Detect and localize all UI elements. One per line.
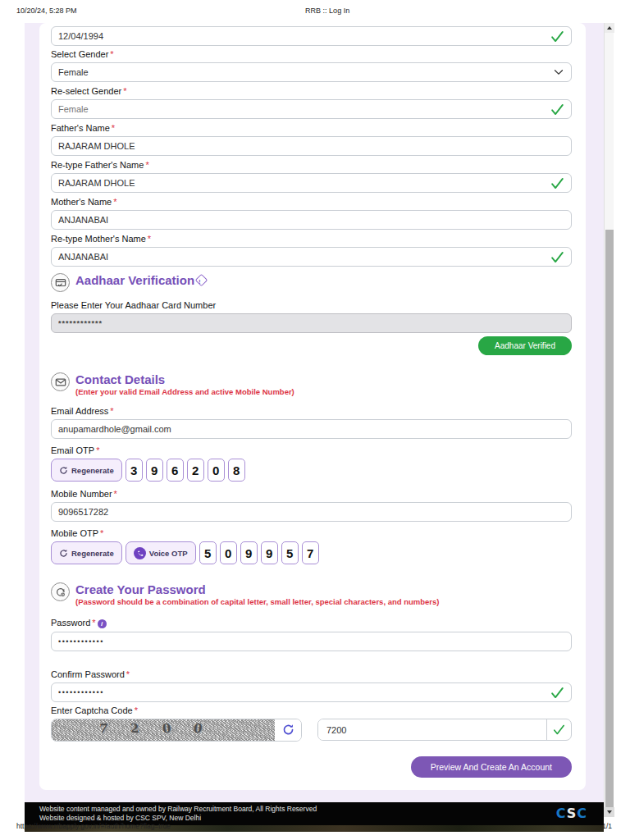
email-otp-digit[interactable]: 6 [167, 459, 184, 482]
reselect-gender-label: Re-select Gender* [51, 86, 572, 96]
scrollbar-track[interactable] [604, 23, 614, 817]
mobile-label: Mobile Number* [51, 489, 572, 499]
email-otp-label: Email OTP* [51, 445, 572, 455]
password-section-title: Create Your Password [75, 582, 439, 596]
captcha-refresh-button[interactable] [275, 719, 301, 741]
captcha-valid-check-icon [546, 719, 571, 740]
select-gender-label: Select Gender* [51, 49, 572, 59]
mother-name-label: Mother's Name* [51, 197, 572, 207]
captcha-label: Enter Captcha Code* [51, 705, 572, 715]
mobile-otp-regenerate-button[interactable]: Regenerate [51, 541, 122, 564]
password-label: Password*i [51, 618, 572, 628]
registration-form-card: Select Gender* Re-select Gender* Father'… [39, 23, 586, 790]
password-section-header: Create Your Password (Password should be… [51, 582, 572, 606]
mother-match-check-icon [550, 249, 565, 265]
retype-mother-name-input[interactable] [51, 247, 572, 267]
confirm-password-input[interactable] [51, 682, 572, 702]
dob-input[interactable] [51, 26, 572, 46]
mother-name-input[interactable] [51, 210, 572, 230]
print-page-number: 1/1 [602, 822, 612, 830]
aadhaar-section-title: Aadhaar Verification [75, 273, 194, 287]
reselect-gender-input[interactable] [51, 99, 572, 119]
aadhaar-number-input [51, 313, 572, 333]
email-otp-digit[interactable]: 9 [146, 459, 163, 482]
email-otp-row: Regenerate 3 9 6 2 0 8 [51, 459, 572, 482]
father-match-check-icon [550, 176, 565, 191]
voice-otp-button[interactable]: Voice OTP [126, 541, 196, 564]
aadhaar-number-label: Please Enter Your Aadhaar Card Number [51, 300, 572, 310]
scrollbar-up-button[interactable] [605, 23, 614, 33]
preview-create-account-button[interactable]: Preview And Create An Account [411, 756, 572, 778]
captcha-refresh-icon [282, 724, 294, 736]
aadhaar-verified-button[interactable]: Aadhaar Verified [478, 336, 572, 355]
password-info-icon[interactable]: i [98, 619, 107, 628]
retype-father-name-label: Re-type Father's Name* [51, 160, 572, 170]
aadhaar-info-icon[interactable]: ! [195, 274, 208, 287]
print-datetime: 10/20/24, 5:28 PM [16, 7, 77, 15]
print-url: https://www.rrbapply.gov.in/#/auth/home?… [16, 822, 171, 830]
captcha-group: 7 2 0 0 [51, 719, 302, 742]
contact-section-title: Contact Details [75, 372, 294, 386]
csc-logo: CSC [556, 806, 587, 821]
email-otp-digit[interactable]: 8 [228, 459, 245, 482]
aadhaar-card-icon [51, 273, 70, 292]
mobile-otp-digit[interactable]: 7 [302, 541, 319, 564]
password-section-note: (Password should be a combination of cap… [75, 597, 439, 606]
email-otp-regenerate-button[interactable]: Regenerate [51, 459, 122, 482]
phone-icon [134, 547, 146, 559]
contact-section-note: (Enter your valid Email Address and acti… [75, 387, 294, 396]
envelope-icon [51, 372, 70, 391]
confirm-password-label: Confirm Password* [51, 669, 572, 679]
captcha-image: 7 2 0 0 [52, 719, 275, 741]
gear-refresh-icon [51, 582, 70, 601]
mobile-otp-digit[interactable]: 5 [199, 541, 217, 564]
mobile-otp-row: Regenerate Voice OTP 5 0 9 9 5 7 [51, 541, 572, 564]
dob-valid-check-icon [550, 29, 565, 44]
password-match-check-icon [550, 685, 565, 701]
scrollbar-down-button[interactable] [605, 807, 614, 817]
gender-select[interactable] [51, 62, 572, 82]
captcha-row: 7 2 0 0 [51, 719, 572, 742]
refresh-icon [59, 549, 68, 558]
captcha-input-group [317, 719, 572, 741]
footer-line2: Website designed & hosted by CSC SPV, Ne… [39, 814, 317, 823]
print-doc-title: RRB :: Log In [305, 7, 349, 15]
mobile-otp-digit[interactable]: 0 [220, 541, 237, 564]
password-input[interactable] [51, 632, 572, 651]
retype-mother-name-label: Re-type Mother's Name* [51, 234, 572, 244]
webpage-region: Select Gender* Re-select Gender* Father'… [25, 23, 604, 819]
email-label: Email Address* [51, 406, 572, 416]
father-name-input[interactable] [51, 136, 572, 156]
footer-line1: Website content managed and owned by Rai… [39, 805, 317, 814]
email-otp-digit[interactable]: 0 [208, 459, 225, 482]
email-otp-digit[interactable]: 3 [126, 459, 143, 482]
refresh-icon [59, 466, 68, 475]
email-input[interactable] [51, 419, 572, 439]
printed-page: 10/20/24, 5:28 PM RRB :: Log In Select G… [0, 0, 630, 840]
scrollbar-thumb[interactable] [605, 230, 614, 807]
mobile-otp-label: Mobile OTP* [51, 528, 572, 538]
chevron-down-icon [554, 68, 564, 76]
contact-section-header: Contact Details (Enter your valid Email … [51, 372, 572, 396]
retype-father-name-input[interactable] [51, 173, 572, 193]
father-name-label: Father's Name* [51, 123, 572, 133]
mobile-otp-digit[interactable]: 5 [281, 541, 299, 564]
mobile-otp-digit[interactable]: 9 [240, 541, 258, 564]
reselect-gender-check-icon [550, 102, 565, 117]
mobile-otp-digit[interactable]: 9 [261, 541, 278, 564]
gender-select-value[interactable] [51, 62, 572, 82]
captcha-input[interactable] [318, 719, 546, 740]
aadhaar-section-header: Aadhaar Verification ! [51, 273, 572, 292]
mobile-input[interactable] [51, 502, 572, 522]
email-otp-digit[interactable]: 2 [187, 459, 204, 482]
